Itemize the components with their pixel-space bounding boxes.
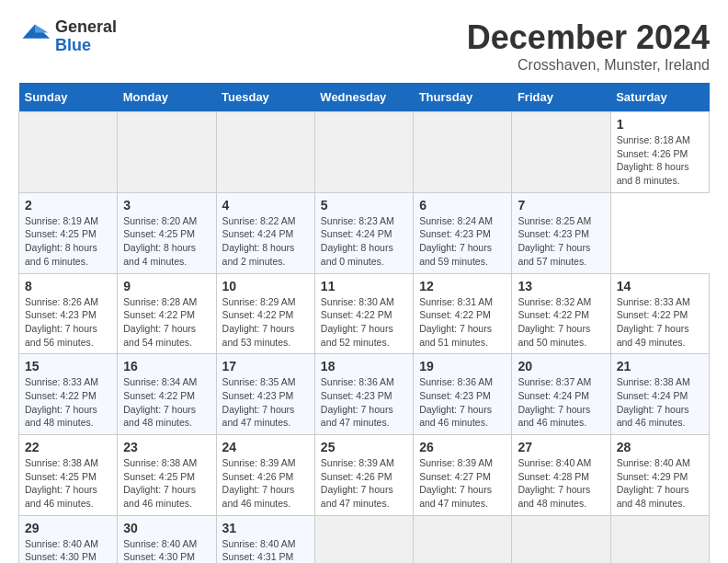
calendar-week-3: 8Sunrise: 8:26 AMSunset: 4:23 PMDaylight… — [19, 273, 710, 354]
logo-blue-text: Blue — [55, 36, 91, 54]
day-cell-31: 31Sunrise: 8:40 AMSunset: 4:31 PMDayligh… — [216, 515, 314, 563]
day-cell-7: 7Sunrise: 8:25 AMSunset: 4:23 PMDaylight… — [512, 192, 610, 273]
calendar-week-4: 15Sunrise: 8:33 AMSunset: 4:22 PMDayligh… — [19, 354, 710, 435]
month-title: December 2024 — [467, 18, 710, 57]
day-cell-18: 18Sunrise: 8:36 AMSunset: 4:23 PMDayligh… — [314, 354, 413, 435]
calendar-week-2: 2Sunrise: 8:19 AMSunset: 4:25 PMDaylight… — [19, 192, 710, 273]
day-header-friday: Friday — [512, 83, 610, 112]
logo-general-text: General — [55, 17, 117, 36]
day-cell-21: 21Sunrise: 8:38 AMSunset: 4:24 PMDayligh… — [610, 354, 709, 435]
day-header-tuesday: Tuesday — [216, 83, 314, 112]
day-cell-9: 9Sunrise: 8:28 AMSunset: 4:22 PMDaylight… — [118, 273, 216, 354]
day-cell-2: 2Sunrise: 8:19 AMSunset: 4:25 PMDaylight… — [19, 192, 118, 273]
calendar-week-5: 22Sunrise: 8:38 AMSunset: 4:25 PMDayligh… — [19, 435, 710, 516]
day-cell-28: 28Sunrise: 8:40 AMSunset: 4:29 PMDayligh… — [610, 435, 709, 516]
day-cell-27: 27Sunrise: 8:40 AMSunset: 4:28 PMDayligh… — [512, 435, 610, 516]
empty-cell — [610, 515, 709, 563]
svg-marker-1 — [35, 24, 48, 32]
location: Crosshaven, Munster, Ireland — [467, 57, 710, 74]
logo: General Blue — [18, 18, 117, 55]
day-cell-14: 14Sunrise: 8:33 AMSunset: 4:22 PMDayligh… — [610, 273, 709, 354]
empty-cell — [414, 515, 512, 563]
empty-cell — [314, 515, 413, 563]
calendar-week-1: 1Sunrise: 8:18 AMSunset: 4:26 PMDaylight… — [19, 112, 710, 193]
day-header-saturday: Saturday — [610, 83, 709, 112]
day-cell-5: 5Sunrise: 8:23 AMSunset: 4:24 PMDaylight… — [314, 192, 413, 273]
day-cell-8: 8Sunrise: 8:26 AMSunset: 4:23 PMDaylight… — [19, 273, 118, 354]
day-cell-1: 1Sunrise: 8:18 AMSunset: 4:26 PMDaylight… — [610, 112, 709, 193]
day-cell-11: 11Sunrise: 8:30 AMSunset: 4:22 PMDayligh… — [314, 273, 413, 354]
page-header: General Blue December 2024 Crosshaven, M… — [18, 18, 710, 74]
day-cell-16: 16Sunrise: 8:34 AMSunset: 4:22 PMDayligh… — [118, 354, 216, 435]
logo-icon — [18, 20, 51, 53]
day-cell-20: 20Sunrise: 8:37 AMSunset: 4:24 PMDayligh… — [512, 354, 610, 435]
day-cell-19: 19Sunrise: 8:36 AMSunset: 4:23 PMDayligh… — [414, 354, 512, 435]
title-block: December 2024 Crosshaven, Munster, Irela… — [467, 18, 710, 74]
day-cell-29: 29Sunrise: 8:40 AMSunset: 4:30 PMDayligh… — [19, 515, 118, 563]
empty-cell — [512, 112, 610, 193]
day-cell-22: 22Sunrise: 8:38 AMSunset: 4:25 PMDayligh… — [19, 435, 118, 516]
day-cell-10: 10Sunrise: 8:29 AMSunset: 4:22 PMDayligh… — [216, 273, 314, 354]
day-cell-17: 17Sunrise: 8:35 AMSunset: 4:23 PMDayligh… — [216, 354, 314, 435]
day-cell-15: 15Sunrise: 8:33 AMSunset: 4:22 PMDayligh… — [19, 354, 118, 435]
calendar-table: SundayMondayTuesdayWednesdayThursdayFrid… — [18, 83, 710, 563]
day-cell-12: 12Sunrise: 8:31 AMSunset: 4:22 PMDayligh… — [414, 273, 512, 354]
day-cell-3: 3Sunrise: 8:20 AMSunset: 4:25 PMDaylight… — [118, 192, 216, 273]
empty-cell — [19, 112, 118, 193]
day-header-wednesday: Wednesday — [314, 83, 413, 112]
day-cell-6: 6Sunrise: 8:24 AMSunset: 4:23 PMDaylight… — [414, 192, 512, 273]
header-row: SundayMondayTuesdayWednesdayThursdayFrid… — [19, 83, 710, 112]
empty-cell — [216, 112, 314, 193]
day-cell-4: 4Sunrise: 8:22 AMSunset: 4:24 PMDaylight… — [216, 192, 314, 273]
empty-cell — [314, 112, 413, 193]
day-header-sunday: Sunday — [19, 83, 118, 112]
day-header-thursday: Thursday — [414, 83, 512, 112]
day-header-monday: Monday — [118, 83, 216, 112]
day-cell-30: 30Sunrise: 8:40 AMSunset: 4:30 PMDayligh… — [118, 515, 216, 563]
calendar-week-6: 29Sunrise: 8:40 AMSunset: 4:30 PMDayligh… — [19, 515, 710, 563]
empty-cell — [414, 112, 512, 193]
empty-cell — [512, 515, 610, 563]
day-cell-24: 24Sunrise: 8:39 AMSunset: 4:26 PMDayligh… — [216, 435, 314, 516]
day-cell-25: 25Sunrise: 8:39 AMSunset: 4:26 PMDayligh… — [314, 435, 413, 516]
day-cell-26: 26Sunrise: 8:39 AMSunset: 4:27 PMDayligh… — [414, 435, 512, 516]
day-cell-13: 13Sunrise: 8:32 AMSunset: 4:22 PMDayligh… — [512, 273, 610, 354]
empty-cell — [118, 112, 216, 193]
day-cell-23: 23Sunrise: 8:38 AMSunset: 4:25 PMDayligh… — [118, 435, 216, 516]
